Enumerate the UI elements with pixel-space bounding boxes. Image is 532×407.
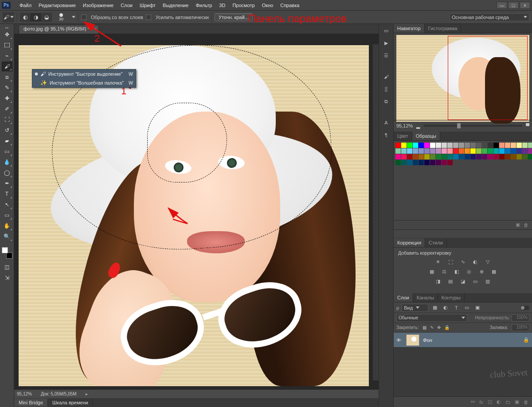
- menu-filter[interactable]: Фильтр: [192, 3, 215, 8]
- tab-channels[interactable]: Каналы: [413, 293, 438, 302]
- eraser-tool[interactable]: ▰: [2, 136, 12, 146]
- color-swatch[interactable]: [401, 143, 407, 148]
- color-swatch[interactable]: [442, 143, 447, 148]
- document-tab[interactable]: фото.jpg @ 95,1% (RGB/8#) * ×: [19, 25, 99, 34]
- color-swatch[interactable]: [413, 143, 418, 148]
- navigator-viewport-box[interactable]: [448, 36, 528, 120]
- menu-3d[interactable]: 3D: [215, 3, 229, 8]
- layer-mask-icon[interactable]: ◫: [488, 399, 492, 405]
- sample-all-checkbox[interactable]: [81, 15, 86, 20]
- menu-file[interactable]: Файл: [16, 3, 35, 8]
- current-tool-indicator[interactable]: 🖌: [3, 12, 14, 22]
- zoom-out-icon[interactable]: ▂: [416, 123, 420, 129]
- filter-smart-icon[interactable]: ▣: [473, 305, 481, 311]
- minimize-button[interactable]: —: [497, 2, 507, 9]
- balance-icon[interactable]: ⚖: [440, 269, 448, 275]
- color-swatch[interactable]: [505, 148, 510, 154]
- crop-tool[interactable]: ⧈: [2, 72, 12, 82]
- dock-clone-icon[interactable]: ⧉: [381, 97, 391, 105]
- zoom-in-icon[interactable]: ▀: [526, 123, 529, 128]
- brush-tool[interactable]: ✐: [2, 104, 12, 114]
- tab-navigator[interactable]: Навигатор: [394, 24, 425, 33]
- dock-frame-icon[interactable]: ▭: [381, 27, 391, 35]
- color-swatch[interactable]: [413, 148, 418, 154]
- color-swatch[interactable]: [459, 143, 464, 148]
- tab-swatches[interactable]: Образцы: [412, 132, 440, 140]
- screenmode-toggle[interactable]: ⇲: [2, 273, 12, 283]
- color-swatch[interactable]: [453, 148, 458, 154]
- color-swatch[interactable]: [436, 160, 441, 165]
- brush-dropdown-icon[interactable]: [72, 16, 75, 18]
- color-swatch[interactable]: [470, 154, 476, 159]
- blur-tool[interactable]: 💧: [2, 157, 12, 167]
- color-swatch[interactable]: [442, 148, 447, 154]
- curves-icon[interactable]: ∿: [459, 259, 467, 265]
- layer-list[interactable]: 👁 Фон 🔒 club Sovet: [394, 333, 532, 396]
- filter-adjust-icon[interactable]: ◐: [442, 305, 450, 311]
- color-swatch[interactable]: [499, 154, 505, 159]
- dock-paragraph-icon[interactable]: ¶: [381, 131, 391, 139]
- new-swatch-icon[interactable]: ▣: [516, 222, 520, 228]
- tab-mini-bridge[interactable]: Mini Bridge: [14, 399, 48, 407]
- dodge-tool[interactable]: ◯: [2, 168, 12, 178]
- status-zoom[interactable]: 95,12%: [17, 391, 32, 396]
- color-swatch[interactable]: [493, 143, 499, 148]
- color-swatch[interactable]: [424, 148, 430, 154]
- color-swatch[interactable]: [413, 160, 418, 165]
- new-fill-icon[interactable]: ◐: [497, 399, 501, 405]
- menu-help[interactable]: Справка: [277, 3, 303, 8]
- dock-properties-icon[interactable]: ☰: [381, 51, 391, 59]
- color-swatch[interactable]: [419, 143, 424, 148]
- close-button[interactable]: ×: [520, 2, 530, 9]
- hue-icon[interactable]: ▦: [428, 269, 436, 275]
- lock-icon[interactable]: 🔒: [523, 337, 529, 343]
- gradient-tool[interactable]: ▭: [2, 147, 12, 156]
- color-swatch[interactable]: [395, 154, 401, 159]
- layer-item-background[interactable]: 👁 Фон 🔒: [394, 333, 532, 348]
- zoom-tool[interactable]: 🔍: [2, 232, 12, 241]
- lock-all-icon[interactable]: 🔒: [444, 325, 450, 330]
- layer-name[interactable]: Фон: [423, 337, 432, 343]
- color-swatch[interactable]: [465, 148, 470, 154]
- swatch-grid[interactable]: [394, 141, 532, 167]
- color-swatch[interactable]: [401, 160, 407, 165]
- auto-enhance-checkbox[interactable]: [146, 15, 151, 20]
- type-tool[interactable]: T: [2, 189, 12, 199]
- color-swatch[interactable]: [470, 148, 476, 154]
- add-selection-button[interactable]: ◑: [31, 13, 41, 22]
- color-swatch[interactable]: [395, 160, 401, 165]
- workspace-dropdown[interactable]: Основная рабочая среда: [450, 13, 529, 21]
- menu-type[interactable]: Шрифт: [136, 3, 159, 8]
- vibrance-icon[interactable]: ▽: [484, 259, 492, 265]
- color-swatch[interactable]: [516, 148, 522, 154]
- tab-color[interactable]: Цвет: [394, 132, 412, 140]
- move-tool[interactable]: ✥: [2, 30, 12, 39]
- invert-icon[interactable]: ◨: [434, 279, 442, 285]
- collapse-handle-icon[interactable]: ▸▸: [5, 26, 9, 30]
- navigator-thumbnail[interactable]: [396, 35, 529, 122]
- refine-edge-button[interactable]: Уточн. край...: [215, 13, 253, 21]
- color-swatch[interactable]: [453, 143, 458, 148]
- lookup-icon[interactable]: ▦: [490, 269, 498, 275]
- photo-filter-icon[interactable]: ◎: [465, 269, 473, 275]
- brush-size-display[interactable]: 30: [55, 12, 68, 23]
- color-swatch[interactable]: [511, 154, 516, 159]
- foreground-swatch[interactable]: [2, 247, 8, 253]
- color-swatch[interactable]: [430, 154, 435, 159]
- color-swatch[interactable]: [442, 160, 447, 165]
- flyout-quick-selection[interactable]: 🖌 Инструмент "Быстрое выделение" W: [32, 70, 136, 78]
- tab-layers[interactable]: Слои: [394, 293, 413, 302]
- color-swatch[interactable]: [488, 143, 493, 148]
- maximize-button[interactable]: □: [508, 2, 519, 9]
- dock-brushpresets-icon[interactable]: ⣿: [381, 85, 391, 93]
- color-swatch[interactable]: [424, 160, 430, 165]
- layer-filter-kind[interactable]: Вид: [402, 304, 428, 312]
- color-swatch[interactable]: [522, 143, 528, 148]
- posterize-icon[interactable]: ▤: [446, 279, 454, 285]
- color-swatch[interactable]: [482, 154, 487, 159]
- vertical-scrollbar[interactable]: [372, 44, 379, 380]
- color-swatch[interactable]: [528, 143, 532, 148]
- color-swatch[interactable]: [499, 143, 505, 148]
- menu-select[interactable]: Выделение: [159, 3, 192, 8]
- color-swatch[interactable]: [459, 154, 464, 159]
